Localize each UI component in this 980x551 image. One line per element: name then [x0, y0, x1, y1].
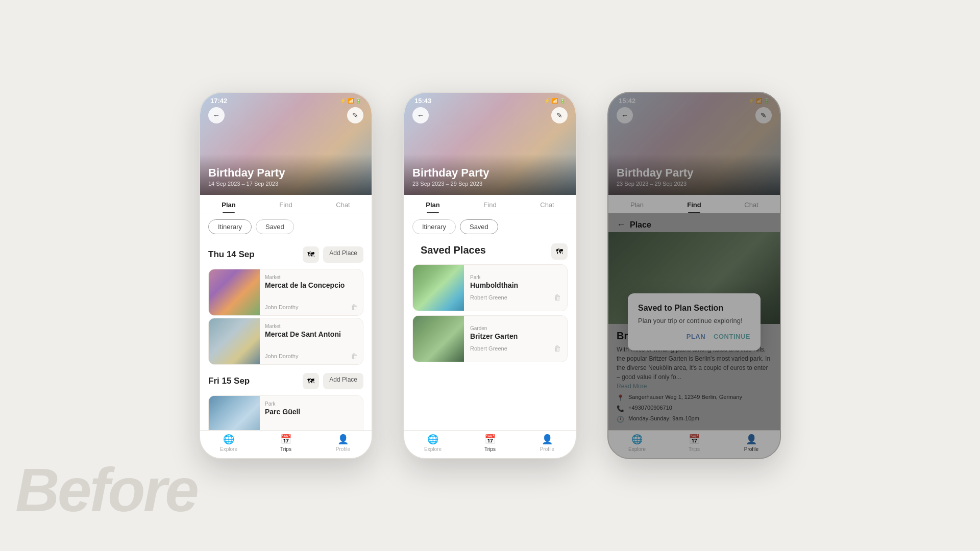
trip-title-2: Birthday Party [412, 166, 489, 180]
place-info-2: Market Mercat De Sant Antoni John Doroth… [260, 318, 363, 364]
nav-trips-3[interactable]: 📅 Trips [666, 434, 723, 452]
saved-type-1: Park [470, 274, 561, 280]
tab-bar-3: Plan Find Chat [608, 195, 780, 213]
saved-section-title-2: Saved Places [412, 240, 494, 262]
add-place-button-thu[interactable]: Add Place [323, 246, 363, 263]
saved-image-2 [413, 316, 464, 362]
place-name-3: Parc Güell [265, 408, 358, 416]
tab-find-2[interactable]: Find [461, 195, 519, 213]
place-user-2: John Dorothy [265, 353, 298, 359]
trip-dates-2: 23 Sep 2023 – 29 Sep 2023 [412, 181, 489, 187]
delete-icon-saved-1[interactable]: 🗑 [554, 293, 561, 302]
place-user-1: John Dorothy [265, 304, 298, 310]
content-1: Thu 14 Sep 🗺 Add Place Market Mercat de … [200, 240, 372, 430]
profile-icon-3: 👤 [746, 434, 757, 445]
saved-card-1[interactable]: Park Humboldthain Robert Greene 🗑 [412, 264, 568, 311]
edit-button-2[interactable]: ✎ [551, 107, 568, 123]
section-date-thu: Thu 14 Sep [208, 249, 255, 260]
place-name-2: Mercat De Sant Antoni [265, 330, 358, 338]
place-info-1: Market Mercat de la Concepcio John Dorot… [260, 269, 363, 315]
back-button-3[interactable]: ← [617, 107, 633, 123]
tab-chat-3[interactable]: Chat [723, 195, 780, 213]
saved-image-1 [413, 265, 464, 311]
tab-bar-1: Plan Find Chat [200, 195, 372, 213]
nav-profile-2[interactable]: 👤 Profile [519, 434, 576, 452]
modal-continue-button[interactable]: CONTINUE [714, 333, 750, 340]
saved-name-1: Humboldthain [470, 281, 561, 289]
place-name-1: Mercat de la Concepcio [265, 281, 358, 289]
section-actions-thu: 🗺 Add Place [303, 246, 363, 263]
saved-card-2[interactable]: Garden Britzer Garten Robert Greene 🗑 [412, 315, 568, 362]
nav-profile-3[interactable]: 👤 Profile [723, 434, 780, 452]
pill-itinerary-1[interactable]: Itinerary [208, 219, 252, 234]
edit-button-1[interactable]: ✎ [347, 107, 363, 123]
pill-itinerary-2[interactable]: Itinerary [412, 219, 456, 234]
nav-trips-1[interactable]: 📅 Trips [257, 434, 314, 452]
explore-icon-2: 🌐 [427, 434, 438, 445]
place-card-3[interactable]: Park Parc Güell 🗑 [208, 395, 363, 430]
trips-label-1: Trips [280, 446, 291, 452]
back-button-2[interactable]: ← [412, 107, 429, 123]
nav-trips-2[interactable]: 📅 Trips [461, 434, 519, 452]
tab-find-3[interactable]: Find [666, 195, 723, 213]
saved-info-2: Garden Britzer Garten Robert Greene 🗑 [464, 320, 567, 358]
status-icons-2: ⚡ 📶 🔋 [544, 98, 566, 104]
nav-explore-1[interactable]: 🌐 Explore [200, 434, 257, 452]
modal-title-3: Saved to Plan Section [638, 304, 750, 313]
nav-explore-3[interactable]: 🌐 Explore [608, 434, 666, 452]
trips-icon-2: 📅 [484, 434, 496, 445]
section-header-thu: Thu 14 Sep 🗺 Add Place [200, 240, 372, 267]
pill-saved-2[interactable]: Saved [460, 219, 498, 234]
pill-saved-1[interactable]: Saved [256, 219, 294, 234]
trip-title-3: Birthday Party [617, 166, 693, 180]
delete-icon-1[interactable]: 🗑 [351, 303, 358, 311]
trips-icon-3: 📅 [689, 434, 700, 445]
map-button-fri[interactable]: 🗺 [303, 373, 319, 389]
status-icons-3: ⚡ 📶 🔋 [748, 98, 770, 104]
map-button-thu[interactable]: 🗺 [303, 246, 319, 263]
place-footer-1: John Dorothy 🗑 [265, 303, 358, 311]
status-time-1: 17:42 [210, 97, 227, 105]
profile-label-2: Profile [540, 446, 554, 452]
nav-explore-2[interactable]: 🌐 Explore [404, 434, 461, 452]
tab-plan-2[interactable]: Plan [404, 195, 461, 213]
explore-label-3: Explore [628, 446, 646, 452]
delete-icon-2[interactable]: 🗑 [351, 352, 358, 360]
phone-3: 15:42 ⚡ 📶 🔋 ← ✎ Birthday Party 23 Sep 20… [607, 92, 781, 459]
tab-find-1[interactable]: Find [257, 195, 314, 213]
modal-plan-button[interactable]: PLAN [687, 333, 705, 340]
explore-label-1: Explore [220, 446, 237, 452]
delete-icon-saved-2[interactable]: 🗑 [554, 344, 561, 353]
tab-chat-1[interactable]: Chat [314, 195, 372, 213]
map-button-saved[interactable]: 🗺 [551, 243, 568, 260]
trips-label-2: Trips [484, 446, 496, 452]
add-place-button-fri[interactable]: Add Place [323, 373, 363, 389]
pill-tabs-2: Itinerary Saved [404, 213, 576, 240]
back-button-1[interactable]: ← [208, 107, 225, 123]
place-footer-2: John Dorothy 🗑 [265, 352, 358, 360]
explore-icon-1: 🌐 [223, 434, 234, 445]
place-type-1: Market [265, 274, 358, 280]
edit-button-3[interactable]: ✎ [755, 107, 772, 123]
tab-bar-2: Plan Find Chat [404, 195, 576, 213]
profile-icon-1: 👤 [337, 434, 349, 445]
trip-dates-3: 23 Sep 2023 – 29 Sep 2023 [617, 181, 693, 187]
hero-title-area-1: Birthday Party 14 Sep 2023 – 17 Sep 2023 [208, 166, 285, 187]
hero-nav-1: ← ✎ [200, 107, 372, 123]
place-card-2[interactable]: Market Mercat De Sant Antoni John Doroth… [208, 318, 363, 365]
bottom-nav-1: 🌐 Explore 📅 Trips 👤 Profile [200, 430, 372, 458]
tab-chat-2[interactable]: Chat [519, 195, 576, 213]
hero-section-1: 17:42 ⚡ 📶 🔋 ← ✎ Birthday Party 14 Sep 20… [200, 93, 372, 195]
modal-overlay-3: Saved to Plan Section Plan your trip or … [608, 213, 780, 430]
nav-profile-1[interactable]: 👤 Profile [314, 434, 372, 452]
section-actions-fri: 🗺 Add Place [303, 373, 363, 389]
status-time-2: 15:43 [414, 97, 431, 105]
explore-icon-3: 🌐 [631, 434, 643, 445]
place-card-1[interactable]: Market Mercat de la Concepcio John Dorot… [208, 269, 363, 316]
trip-title-1: Birthday Party [208, 166, 285, 180]
place-type-3: Park [265, 401, 358, 407]
saved-footer-1: Robert Greene 🗑 [470, 293, 561, 302]
trips-label-3: Trips [689, 446, 700, 452]
tab-plan-1[interactable]: Plan [200, 195, 257, 213]
tab-plan-3[interactable]: Plan [608, 195, 666, 213]
